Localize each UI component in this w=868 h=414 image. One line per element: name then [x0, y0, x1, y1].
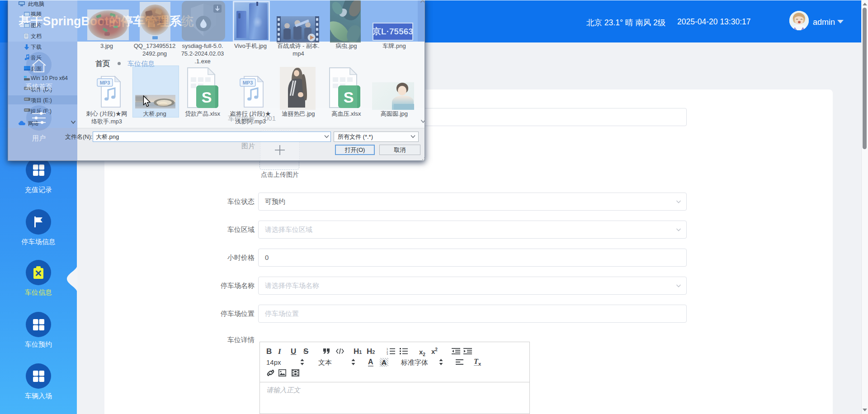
svg-text:S: S — [344, 89, 354, 106]
svg-text:3: 3 — [387, 353, 388, 355]
svg-text:MP3: MP3 — [100, 80, 110, 85]
svg-text:S: S — [202, 89, 212, 106]
svg-text:MP3: MP3 — [243, 80, 253, 85]
